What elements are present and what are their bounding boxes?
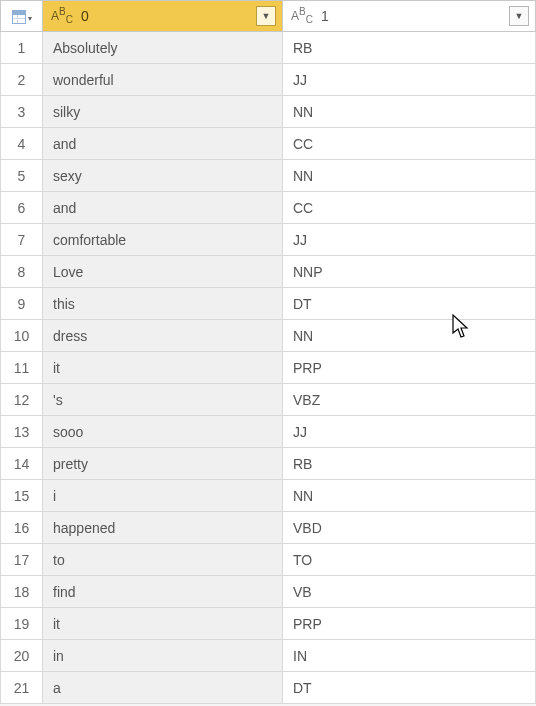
header-row: ▾ ABC 0 ▼ ABC 1 ▼ [1,1,536,32]
cell-col0[interactable]: it [43,352,283,384]
text-type-icon: ABC [51,6,73,25]
column-name: 0 [77,8,252,24]
row-number[interactable]: 7 [1,224,43,256]
row-number[interactable]: 19 [1,608,43,640]
row-number[interactable]: 6 [1,192,43,224]
row-number[interactable]: 14 [1,448,43,480]
row-number[interactable]: 9 [1,288,43,320]
table-row[interactable]: 2wonderfulJJ [1,64,536,96]
table-row[interactable]: 19itPRP [1,608,536,640]
cell-col0[interactable]: Absolutely [43,32,283,64]
table-row[interactable]: 9thisDT [1,288,536,320]
cell-col0[interactable]: pretty [43,448,283,480]
table-icon [12,10,26,24]
cell-col0[interactable]: sooo [43,416,283,448]
cell-col1[interactable]: VBD [283,512,536,544]
row-number[interactable]: 16 [1,512,43,544]
chevron-down-icon: ▾ [28,14,32,23]
row-number[interactable]: 20 [1,640,43,672]
row-number[interactable]: 12 [1,384,43,416]
cell-col1[interactable]: RB [283,448,536,480]
cell-col1[interactable]: NN [283,96,536,128]
table-row[interactable]: 17toTO [1,544,536,576]
table-row[interactable]: 14prettyRB [1,448,536,480]
cell-col1[interactable]: CC [283,192,536,224]
cell-col0[interactable]: i [43,480,283,512]
table-row[interactable]: 20inIN [1,640,536,672]
cell-col0[interactable]: Love [43,256,283,288]
cell-col0[interactable]: it [43,608,283,640]
row-number[interactable]: 15 [1,480,43,512]
row-number[interactable]: 1 [1,32,43,64]
cell-col0[interactable]: silky [43,96,283,128]
row-number[interactable]: 5 [1,160,43,192]
row-number[interactable]: 3 [1,96,43,128]
cell-col1[interactable]: NN [283,160,536,192]
chevron-down-icon: ▼ [262,12,271,21]
row-number[interactable]: 21 [1,672,43,704]
cell-col1[interactable]: VBZ [283,384,536,416]
table-row[interactable]: 13soooJJ [1,416,536,448]
cell-col0[interactable]: this [43,288,283,320]
cell-col1[interactable]: PRP [283,608,536,640]
cell-col1[interactable]: JJ [283,64,536,96]
row-number[interactable]: 8 [1,256,43,288]
cell-col0[interactable]: and [43,128,283,160]
cell-col1[interactable]: CC [283,128,536,160]
cell-col0[interactable]: a [43,672,283,704]
cell-col1[interactable]: DT [283,672,536,704]
cell-col0[interactable]: wonderful [43,64,283,96]
table-row[interactable]: 11itPRP [1,352,536,384]
table-row[interactable]: 3silkyNN [1,96,536,128]
row-number[interactable]: 2 [1,64,43,96]
table-row[interactable]: 16happenedVBD [1,512,536,544]
cell-col0[interactable]: and [43,192,283,224]
cell-col1[interactable]: JJ [283,224,536,256]
table-row[interactable]: 10dressNN [1,320,536,352]
row-number[interactable]: 4 [1,128,43,160]
table-row[interactable]: 6andCC [1,192,536,224]
table-row[interactable]: 18findVB [1,576,536,608]
cell-col1[interactable]: RB [283,32,536,64]
table-row[interactable]: 1AbsolutelyRB [1,32,536,64]
column-filter-button[interactable]: ▼ [256,6,276,26]
table-row[interactable]: 12'sVBZ [1,384,536,416]
cell-col0[interactable]: comfortable [43,224,283,256]
row-number[interactable]: 13 [1,416,43,448]
cell-col1[interactable]: VB [283,576,536,608]
cell-col0[interactable]: find [43,576,283,608]
cell-col0[interactable]: to [43,544,283,576]
table-row[interactable]: 7comfortableJJ [1,224,536,256]
cell-col1[interactable]: IN [283,640,536,672]
table-row[interactable]: 8LoveNNP [1,256,536,288]
table-menu-cell[interactable]: ▾ [1,1,43,32]
row-number[interactable]: 10 [1,320,43,352]
column-header-0[interactable]: ABC 0 ▼ [43,1,283,32]
column-header-1[interactable]: ABC 1 ▼ [283,1,536,32]
cell-col1[interactable]: DT [283,288,536,320]
row-number[interactable]: 17 [1,544,43,576]
table-body: 1AbsolutelyRB2wonderfulJJ3silkyNN4andCC5… [1,32,536,704]
row-number[interactable]: 11 [1,352,43,384]
table-row[interactable]: 15iNN [1,480,536,512]
cell-col0[interactable]: in [43,640,283,672]
cell-col1[interactable]: JJ [283,416,536,448]
column-name: 1 [317,8,505,24]
cell-col0[interactable]: dress [43,320,283,352]
cell-col1[interactable]: NN [283,320,536,352]
column-filter-button[interactable]: ▼ [509,6,529,26]
table-row[interactable]: 21aDT [1,672,536,704]
cell-col1[interactable]: NNP [283,256,536,288]
cell-col1[interactable]: TO [283,544,536,576]
data-table: ▾ ABC 0 ▼ ABC 1 ▼ [0,0,536,704]
cell-col1[interactable]: PRP [283,352,536,384]
row-number[interactable]: 18 [1,576,43,608]
text-type-icon: ABC [291,6,313,25]
cell-col0[interactable]: 's [43,384,283,416]
table-row[interactable]: 4andCC [1,128,536,160]
chevron-down-icon: ▼ [515,12,524,21]
cell-col0[interactable]: sexy [43,160,283,192]
table-row[interactable]: 5sexyNN [1,160,536,192]
cell-col0[interactable]: happened [43,512,283,544]
cell-col1[interactable]: NN [283,480,536,512]
